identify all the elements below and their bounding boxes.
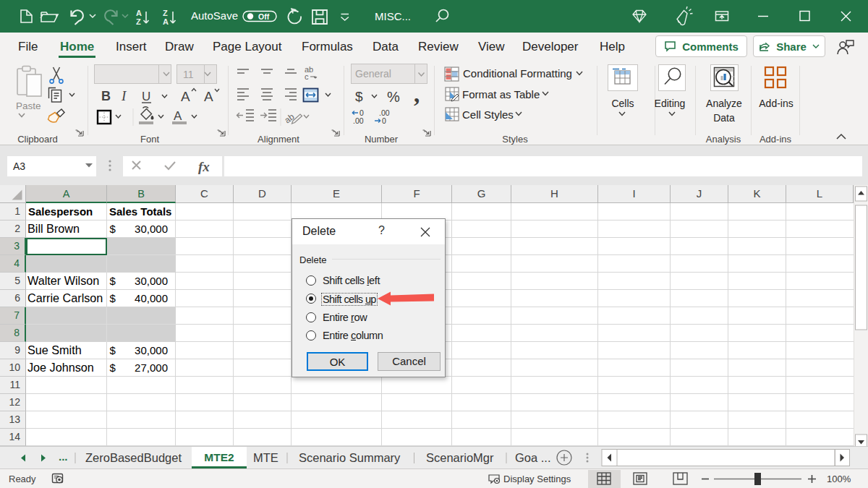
- svg-text:ab: ab: [283, 111, 297, 125]
- svg-text:Display Settings: Display Settings: [503, 474, 571, 484]
- svg-text:.00: .00: [353, 116, 364, 125]
- svg-text:A: A: [204, 89, 213, 104]
- svg-text:fx: fx: [198, 159, 210, 174]
- svg-text:,: ,: [414, 81, 420, 107]
- svg-text:A: A: [163, 17, 169, 26]
- svg-text:0: 0: [382, 116, 386, 125]
- svg-text:B: B: [101, 89, 111, 103]
- svg-text:A: A: [181, 89, 190, 104]
- svg-text:Off: Off: [258, 12, 270, 21]
- svg-text:...: ...: [59, 450, 68, 463]
- svg-text:$: $: [355, 89, 363, 104]
- svg-text:100%: 100%: [827, 474, 851, 484]
- svg-text:Z: Z: [163, 9, 168, 17]
- svg-text:%: %: [387, 89, 400, 105]
- svg-text:Z: Z: [136, 17, 141, 26]
- svg-text:c: c: [305, 72, 309, 81]
- svg-text:MISC...: MISC...: [375, 10, 411, 22]
- svg-text:AutoSave: AutoSave: [191, 9, 238, 22]
- svg-text:A: A: [174, 109, 182, 123]
- svg-text:U: U: [142, 90, 150, 103]
- svg-text:I: I: [121, 88, 127, 103]
- svg-text:A: A: [136, 9, 142, 17]
